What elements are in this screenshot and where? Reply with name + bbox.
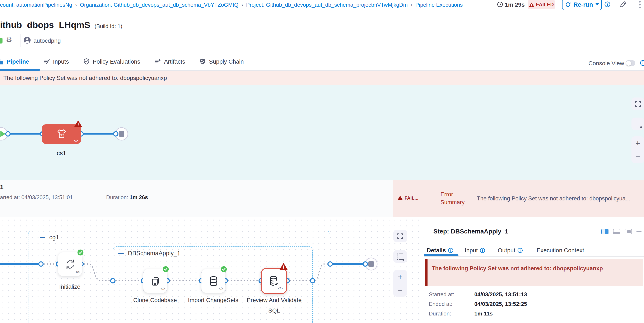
status-strip [0, 38, 2, 44]
tab-policy-evaluations[interactable]: Policy Evaluations [83, 58, 140, 65]
panel-tab-output[interactable]: Output [498, 247, 523, 253]
stage-error-section: FAIL... Error Summary The following Poli… [393, 180, 644, 217]
step-detail-rows: Started at: 04/03/2025, 13:51:13 Ended a… [429, 292, 527, 320]
step-label-import-changesets: Import ChangeSets [186, 295, 240, 305]
success-check-icon [220, 266, 227, 273]
minimize-panel-icon[interactable] [636, 231, 642, 232]
group-label-cg1: cg1 [40, 234, 59, 241]
error-triangle-icon [74, 120, 82, 127]
status-badge-label: FAILED [536, 2, 554, 7]
sync-icon [64, 258, 76, 270]
collapse-icon[interactable] [118, 252, 124, 254]
step-preview-validate-sql[interactable] [261, 268, 287, 294]
execution-tab-bar: Pipeline Inputs Policy Evaluations Artif… [0, 56, 644, 71]
list-plus-icon [154, 58, 161, 65]
info-icon[interactable] [604, 1, 610, 8]
shield-check-icon [83, 58, 90, 65]
database-check-icon [268, 274, 280, 287]
fail-badge-label: FAIL... [404, 195, 418, 200]
meta-row: ⚙ autocdpng [0, 35, 251, 46]
stage-duration-label: Duration: [106, 194, 128, 200]
layout-floating-icon[interactable] [625, 229, 632, 234]
info-icon[interactable] [448, 247, 454, 253]
clone-book-icon [149, 275, 162, 287]
detail-value: 04/03/2025, 13:52:25 [474, 301, 527, 307]
detail-value: 1m 11s [474, 311, 493, 317]
breadcrumb-organization[interactable]: Organization: Github_db_devops_aut_db_sc… [80, 2, 238, 8]
panel-tab-execution-context[interactable]: Execution Context [536, 247, 584, 253]
active-tab-underline [424, 254, 458, 256]
build-id: (Build Id: 1) [94, 23, 122, 29]
divider [424, 256, 644, 257]
tab-label: Pipeline [7, 58, 29, 65]
group-name: DBSchemaApply_1 [128, 250, 180, 256]
stage-node-cs1[interactable]: </> </> [42, 124, 81, 144]
step-details-panel: Step: DBSchemaApply_1 Details Input Outp… [424, 217, 644, 323]
pipeline-icon [0, 58, 4, 65]
error-summary-text: The following Policy Set was not adhered… [477, 195, 630, 202]
stage-summary-bar: 1 arted at: 04/03/2025, 13:51:01 Duratio… [0, 180, 644, 217]
tab-label: Inputs [53, 58, 69, 65]
tab-artifacts[interactable]: Artifacts [154, 58, 185, 65]
group-label-dbschemaapply: DBSchemaApply_1 [118, 250, 180, 256]
marquee-select-button[interactable] [632, 118, 644, 130]
step-details-title: Step: DBSchemaApply_1 [433, 228, 508, 235]
collapse-icon[interactable] [40, 237, 45, 238]
tab-label: Execution Context [536, 247, 584, 253]
edit-pencil-icon[interactable] [619, 1, 627, 8]
trigger-user: autocdpng [34, 37, 61, 44]
code-glyph: </> [60, 133, 64, 136]
page-title-row: ithub_dbops_LHqmS(Build Id: 1) [0, 20, 122, 31]
kebab-menu-icon[interactable] [638, 1, 641, 9]
panel-layout-controls [601, 229, 642, 234]
detail-label: Started at: [429, 292, 474, 297]
shield-network-icon [199, 58, 206, 65]
info-icon[interactable] [640, 60, 644, 66]
stage-fail-badge: FAIL... [398, 195, 418, 200]
tab-label: Policy Evaluations [93, 58, 140, 65]
tab-inputs[interactable]: Inputs [43, 58, 69, 65]
rerun-button[interactable]: Re-run [562, 0, 602, 10]
database-icon [207, 275, 220, 287]
console-view-toggle[interactable] [626, 60, 635, 66]
step-label-clone-codebase: Clone Codebase [128, 295, 182, 305]
breadcrumb-separator: › [238, 2, 246, 8]
status-badge: FAILED [528, 0, 555, 9]
breadcrumb-separator: › [72, 2, 80, 8]
breadcrumb-separator: › [408, 2, 416, 8]
code-glyph: </> [74, 139, 78, 142]
breadcrumb: count: automationPipelinesNg›Organizatio… [0, 0, 644, 10]
breadcrumb-pipeline-executions[interactable]: Pipeline Executions [416, 2, 463, 8]
detail-label: Duration: [429, 311, 474, 317]
zoom-in-button[interactable]: + [636, 139, 640, 147]
panel-tab-input[interactable]: Input [465, 247, 485, 253]
divider [20, 34, 20, 47]
zoom-out-button[interactable]: − [636, 153, 640, 160]
execution-graph-canvas: cg1 DBSchemaApply_1 [0, 217, 424, 323]
step-error-message: The following Policy Set was not adhered… [425, 259, 643, 286]
stage-graph-svg [0, 85, 644, 180]
gear-icon[interactable]: ⚙ [6, 36, 12, 44]
policy-violation-banner: The following Policy Set was not adhered… [0, 71, 644, 85]
tab-supply-chain[interactable]: Supply Chain [199, 58, 244, 65]
detail-row-ended: Ended at: 04/03/2025, 13:52:25 [429, 301, 527, 307]
layout-split-right-icon[interactable] [601, 229, 608, 234]
info-icon[interactable] [517, 247, 523, 253]
code-glyph: </> [278, 287, 283, 290]
code-glyph: </> [75, 270, 80, 274]
step-label-initialize: Initialize [43, 281, 97, 292]
layout-split-bottom-icon[interactable] [613, 229, 620, 234]
tab-label: Details [427, 247, 446, 253]
tab-pipeline[interactable]: Pipeline [0, 58, 29, 65]
fullscreen-button[interactable] [632, 98, 644, 110]
breadcrumb-project[interactable]: Project: Github_db_devops_aut_db_schema_… [246, 2, 408, 8]
breadcrumb-account[interactable]: count: automationPipelinesNg [0, 2, 72, 8]
info-icon[interactable] [480, 247, 485, 253]
detail-value: 04/03/2025, 13:51:13 [474, 292, 527, 297]
marquee-icon [634, 121, 641, 127]
custom-stage-icon: </> [56, 128, 67, 139]
detail-label: Ended at: [429, 301, 474, 307]
refresh-icon [565, 2, 571, 7]
stage-duration-value: 1m 26s [130, 194, 148, 200]
panel-tab-details[interactable]: Details [427, 247, 454, 253]
